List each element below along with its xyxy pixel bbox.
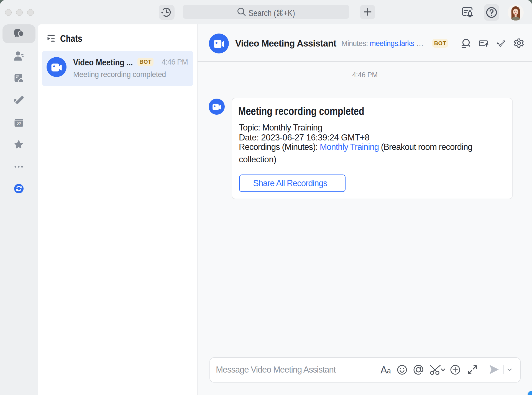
svg-text:27: 27 <box>17 122 21 126</box>
